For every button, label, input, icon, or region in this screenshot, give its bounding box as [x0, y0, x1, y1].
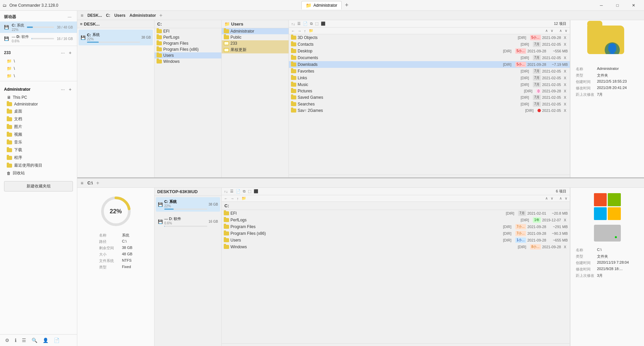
file-favorites[interactable]: Favorites [DIR] 7月 2021-02-05 X: [289, 68, 570, 75]
drives-more-button[interactable]: ···: [66, 13, 73, 20]
minimize-button[interactable]: ─: [594, 0, 609, 11]
b-file-perflogs[interactable]: PerfLogs [DIR] 1年 2019-12-07 X: [222, 217, 570, 223]
bottom-c-back-button[interactable]: ←: [223, 196, 229, 201]
new-group-button[interactable]: 新建收藏夹组: [4, 181, 73, 191]
admin-item-administrator[interactable]: Administrator: [0, 101, 77, 107]
admin-up-button[interactable]: ↑: [303, 28, 307, 34]
file-row-users[interactable]: Users: [155, 52, 221, 58]
b-file-windows[interactable]: Windows [DIR] 8小... 2021-09-28 X: [222, 244, 570, 250]
admin-item-desktop[interactable]: 桌面: [0, 107, 77, 115]
bottom-c-up-button[interactable]: ↑: [236, 196, 240, 201]
bottom-drive-d-row[interactable]: 💾 — D: 软件 0.6% 16 GB: [156, 214, 220, 229]
admin-scroll-up-1[interactable]: ∧: [544, 28, 549, 34]
add-tab-button[interactable]: +: [343, 2, 351, 9]
bottom-c-scroll-bar[interactable]: [222, 343, 570, 346]
drive-d-item[interactable]: 💾 — D: 软件 0.6% 16 / 16 GB: [0, 33, 77, 44]
favorites-more-button[interactable]: ···: [59, 49, 66, 56]
file-row-efi[interactable]: EFI: [155, 28, 221, 34]
bottom-move-button[interactable]: ⬚: [247, 188, 252, 194]
nav-copy-button[interactable]: ⧉: [309, 21, 314, 27]
file-music[interactable]: Music [DIR] 7月 2021-02-05 X: [289, 81, 570, 88]
admin-item-downloads[interactable]: 下载: [0, 146, 77, 154]
layout-button[interactable]: ☰: [21, 337, 27, 344]
admin-home-button[interactable]: 📁: [308, 28, 314, 34]
bottom-c-scroll-up-2[interactable]: ∧: [558, 196, 563, 201]
file-searches[interactable]: Searches [DIR] 7月 2021-02-05 X: [289, 101, 570, 107]
file-links[interactable]: Links [DIR] 7月 2021-02-05 X: [289, 75, 570, 81]
bottom-c-scroll-up-1[interactable]: ∧: [544, 196, 549, 201]
bottom-c-scroll-down-2[interactable]: ∨: [564, 196, 568, 201]
file-3dobjects[interactable]: 3D Objects [DIR] 5小... 2021-09-28 X: [289, 34, 570, 41]
nav-sort-button[interactable]: ☰: [296, 21, 302, 27]
file-row-windows[interactable]: Windows: [155, 58, 221, 64]
admin-item-programs[interactable]: 程序: [0, 154, 77, 162]
file-button[interactable]: 📄: [53, 337, 60, 344]
user-button[interactable]: 👤: [42, 337, 49, 344]
file-row-programfiles[interactable]: Program Files: [155, 40, 221, 46]
bottom-copy-button[interactable]: ⧉: [242, 188, 247, 194]
maximize-button[interactable]: □: [610, 0, 625, 11]
admin-add-button[interactable]: +: [68, 86, 73, 93]
nav-more-button[interactable]: ⬛: [320, 21, 327, 27]
admin-back-button[interactable]: ←: [290, 28, 296, 34]
admin-item-pictures[interactable]: 图片: [0, 123, 77, 131]
nav-new-button[interactable]: 📄: [302, 21, 309, 27]
file-downloads[interactable]: Downloads [DIR] 5小... 2021-09-28 ~7.19 M…: [289, 61, 570, 68]
b-file-programfiles[interactable]: Program Files [DIR] 7小... 2021-09-28 ~29…: [222, 223, 570, 230]
bottom-c-forward-button[interactable]: →: [229, 196, 235, 201]
bottom-pane-menu-button[interactable]: ≡: [79, 179, 85, 187]
file-row-233[interactable]: 233: [222, 40, 289, 46]
bottom-new-button[interactable]: 📄: [235, 188, 242, 194]
search-button[interactable]: 🔍: [31, 337, 38, 344]
bottom-c-scroll-down-1[interactable]: ∨: [550, 196, 554, 201]
admin-item-music[interactable]: 音乐: [0, 138, 77, 146]
bottom-drive-c-row[interactable]: 💾 C: 系统 22% 38 GB: [156, 197, 220, 212]
folder-icon-admin: [7, 102, 12, 106]
drive-c-item[interactable]: 💾 C: 系统 22% 38 / 48 GB: [0, 21, 77, 33]
favorites-item-1[interactable]: 📁 \: [0, 57, 77, 65]
file-documents[interactable]: Documents [DIR] 7月 2021-02-05 X: [289, 54, 570, 61]
admin-scroll-down-1[interactable]: ∨: [550, 28, 554, 34]
top-pane-menu-button[interactable]: ≡: [79, 12, 85, 19]
file-contacts[interactable]: Contacts [DIR] 7月 2021-02-05 X: [289, 41, 570, 48]
b-file-efi[interactable]: EFI [DIR] 7月 2021-02-01 ~20.8 MB: [222, 210, 570, 217]
admin-scroll-bar[interactable]: [289, 175, 570, 177]
close-button[interactable]: ✕: [626, 0, 641, 11]
file-row-programfilesx86[interactable]: Program Files (x86): [155, 46, 221, 52]
file-savedgames[interactable]: Saved Games [DIR] 7月 2021-02-05 X: [289, 94, 570, 101]
file-sav2games[interactable]: Sav↑ 2Games [DIR] 2021-02-05 X: [289, 107, 570, 114]
top-panels: ≡ DESK... 💾 C: 系统 22%: [77, 20, 644, 177]
admin-item-documents[interactable]: 文档: [0, 115, 77, 123]
b-file-users[interactable]: Users [DIR] 1小... 2021-09-28 ~655 MB: [222, 237, 570, 244]
bottom-pane-add-tab-button[interactable]: +: [95, 180, 100, 186]
favorites-add-button[interactable]: +: [68, 49, 73, 56]
top-pane-add-tab-button[interactable]: +: [158, 12, 164, 18]
nav-move-button[interactable]: ⬚: [314, 21, 319, 27]
bottom-more-button[interactable]: ⬛: [253, 188, 259, 194]
settings-button[interactable]: ⚙: [4, 337, 10, 344]
admin-item-recent[interactable]: 最近使用的项目: [0, 162, 77, 169]
file-row-administrator[interactable]: Administrator: [222, 28, 289, 34]
file-row-public[interactable]: Public: [222, 34, 289, 40]
favorites-item-2[interactable]: 📁 \: [0, 65, 77, 72]
file-pictures[interactable]: Pictures [DIR] 0 2021-09-28 X: [289, 88, 570, 94]
info-button[interactable]: ℹ: [14, 337, 17, 344]
nav-back-button[interactable]: ↑↓: [290, 21, 296, 27]
b-file-programfilesx86[interactable]: Program Files (x86) [DIR] 7小... 2021-09-…: [222, 230, 570, 237]
admin-forward-button[interactable]: →: [297, 28, 302, 34]
desktop-drive-c-row[interactable]: 💾 C: 系统 22% 38 G: [79, 30, 153, 45]
file-row-perflogs[interactable]: PerfLogs: [155, 34, 221, 40]
admin-item-thispc[interactable]: 🖥 This PC: [0, 94, 77, 101]
admin-scroll-down-2[interactable]: ∨: [564, 28, 568, 34]
tab-administrator[interactable]: 📁 Administrator: [301, 1, 342, 9]
favorites-item-3[interactable]: 📁 \: [0, 72, 77, 80]
admin-item-video[interactable]: 视频: [0, 131, 77, 138]
admin-more-button[interactable]: ···: [59, 86, 66, 93]
bottom-c-home-button[interactable]: 📁: [241, 196, 247, 201]
file-desktop[interactable]: Desktop [DIR] 5小... 2021-09-28 ~556 MB: [289, 48, 570, 54]
file-row-guohe[interactable]: 果核更新: [222, 46, 289, 53]
bottom-sort-button[interactable]: ↑↓: [223, 189, 229, 194]
admin-item-trash[interactable]: 🗑 回收站: [0, 169, 77, 177]
admin-scroll-up-2[interactable]: ∧: [558, 28, 563, 34]
bottom-list-button[interactable]: ☰: [229, 188, 234, 194]
